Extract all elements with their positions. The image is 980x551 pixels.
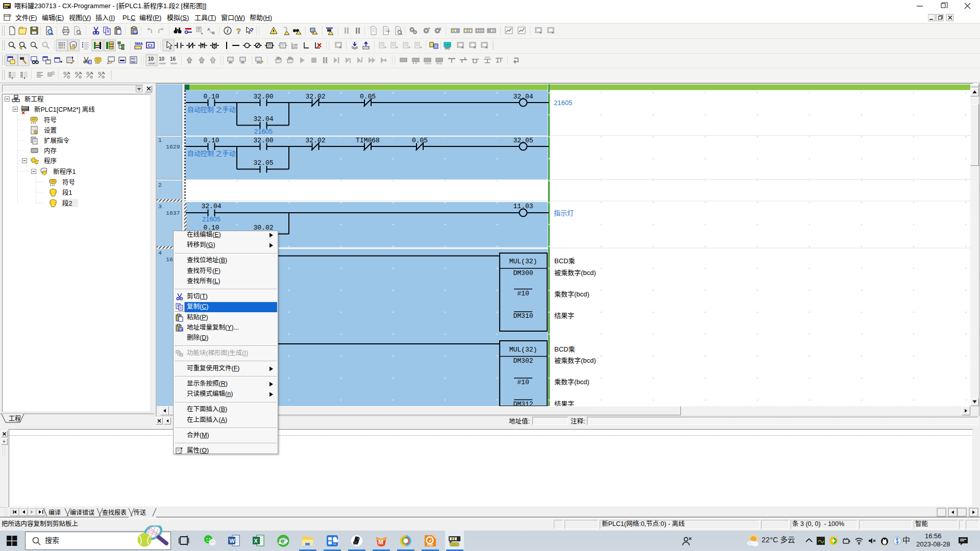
svg-text:32.02: 32.02 — [305, 93, 325, 101]
svg-text:乘数字(bcd): 乘数字(bcd) — [554, 378, 590, 386]
svg-text:被乘数字(bcd): 被乘数字(bcd) — [554, 357, 596, 364]
svg-text:16: 16 — [170, 56, 176, 62]
svg-text:被乘数字(bcd): 被乘数字(bcd) — [554, 269, 596, 277]
svg-text:B: B — [212, 31, 215, 35]
svg-text:段1: 段1 — [62, 189, 72, 196]
svg-text:扩展指令: 扩展指令 — [44, 137, 70, 144]
svg-text:DM310: DM310 — [513, 312, 533, 320]
svg-text:W: W — [72, 43, 76, 47]
svg-text:21605: 21605 — [254, 128, 273, 135]
svg-text:4: 4 — [158, 249, 162, 256]
svg-text:roron: roron — [149, 62, 155, 65]
svg-text:32.00: 32.00 — [253, 93, 273, 101]
svg-text:工程: 工程 — [9, 415, 21, 422]
svg-text:e: e — [281, 537, 284, 545]
svg-text:自动控制 之手动: 自动控制 之手动 — [187, 149, 236, 157]
svg-text:乘数字(bcd): 乘数字(bcd) — [554, 290, 590, 298]
svg-text:内存: 内存 — [44, 147, 57, 155]
svg-text:编译错误: 编译错误 — [70, 509, 94, 516]
svg-text:0.10: 0.10 — [203, 93, 219, 101]
svg-text:设置: 设置 — [44, 127, 57, 134]
svg-text:#10: #10 — [517, 379, 529, 386]
svg-text:MUL(32): MUL(32) — [509, 258, 537, 265]
svg-text:x: x — [439, 26, 442, 31]
svg-text:32.04: 32.04 — [253, 115, 273, 123]
svg-text:roron: roron — [159, 62, 166, 65]
svg-text:TIM068: TIM068 — [356, 137, 380, 144]
svg-text:符号: 符号 — [44, 116, 57, 124]
svg-text:程序: 程序 — [44, 157, 57, 165]
svg-text:002: 002 — [131, 60, 135, 63]
svg-text:新程序1: 新程序1 — [53, 168, 76, 176]
svg-text:CB: CB — [134, 31, 138, 34]
svg-text:1629: 1629 — [166, 143, 180, 150]
svg-text:5MA: 5MA — [135, 41, 143, 46]
svg-text:段2: 段2 — [62, 199, 72, 207]
svg-text:M: M — [378, 539, 383, 546]
svg-text:符号: 符号 — [62, 179, 75, 186]
svg-text:传送: 传送 — [134, 509, 146, 516]
svg-text:32.04: 32.04 — [201, 203, 221, 210]
svg-text:10: 10 — [159, 56, 165, 62]
svg-text:i: i — [227, 28, 229, 34]
svg-text:0.10: 0.10 — [203, 137, 219, 144]
svg-text:0.05: 0.05 — [412, 137, 428, 144]
svg-text:3: 3 — [158, 203, 162, 210]
svg-text:新工程: 新工程 — [24, 95, 44, 103]
svg-text:+: + — [428, 26, 430, 31]
svg-text:指示灯: 指示灯 — [554, 209, 574, 217]
svg-text:0.05: 0.05 — [360, 93, 376, 101]
svg-text:1: 1 — [158, 137, 162, 143]
svg-text:BCD乘: BCD乘 — [554, 345, 575, 353]
svg-text:DM300: DM300 — [513, 269, 533, 277]
svg-text:21605: 21605 — [554, 99, 572, 107]
svg-text:MUL(32): MUL(32) — [509, 346, 537, 354]
svg-text:32.05: 32.05 — [253, 159, 273, 167]
svg-text:roron: roron — [170, 62, 177, 65]
svg-text:自动控制 之手动: 自动控制 之手动 — [187, 106, 236, 113]
svg-text:2: 2 — [158, 182, 162, 188]
svg-text:?: ? — [250, 27, 254, 33]
svg-text:21605: 21605 — [202, 215, 220, 223]
svg-text:drop: drop — [436, 62, 442, 65]
svg-text:CI: CI — [148, 43, 153, 48]
svg-text:编译: 编译 — [48, 509, 61, 516]
svg-text:DM302: DM302 — [513, 357, 533, 365]
svg-text:查找报表: 查找报表 — [102, 509, 127, 516]
svg-text:X: X — [254, 538, 258, 544]
svg-text:?: ? — [236, 27, 241, 35]
svg-text:#10: #10 — [517, 290, 529, 297]
svg-text:1637: 1637 — [166, 210, 180, 216]
svg-text:HH: HH — [445, 43, 450, 46]
svg-text:A: A — [207, 27, 210, 32]
svg-text:32.00: 32.00 — [253, 137, 273, 144]
svg-text:结果字: 结果字 — [554, 312, 574, 319]
svg-text:BCD乘: BCD乘 — [554, 257, 575, 265]
svg-text:PDF: PDF — [427, 543, 433, 546]
svg-text:32.02: 32.02 — [305, 137, 325, 144]
svg-text:roron: roron — [425, 62, 431, 65]
svg-text:10: 10 — [148, 56, 154, 62]
svg-text:CB: CB — [179, 328, 183, 331]
svg-text:W: W — [230, 538, 235, 544]
svg-text:新PLC1[CPM2*] 离线: 新PLC1[CPM2*] 离线 — [34, 106, 95, 113]
